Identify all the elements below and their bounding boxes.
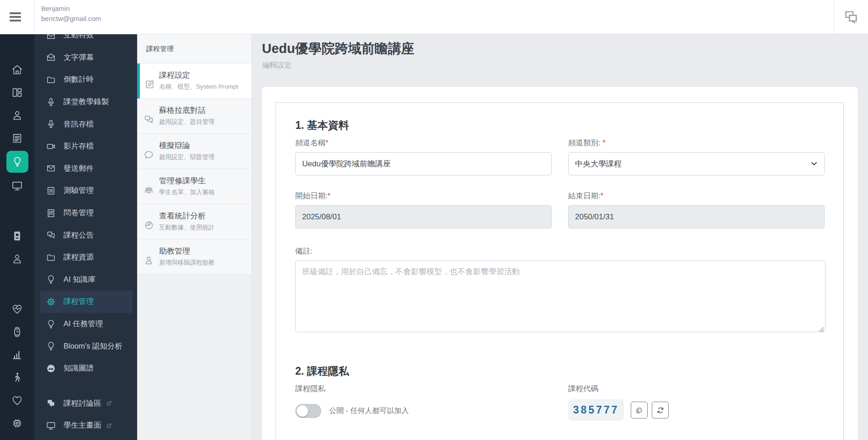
menu-item[interactable]: 課堂教學錄製 [34,91,137,113]
chatfill-icon [46,398,56,408]
menu-item[interactable]: 課程管理 [40,291,133,313]
menu-item[interactable]: 課程資源 [34,246,137,269]
submenu-item[interactable]: 蘇格拉底對話啟用設定、題目管理 [137,99,251,134]
menu-item-label: 課程資源 [64,252,94,262]
privacy-toggle[interactable] [295,404,321,418]
hamburger-menu-icon[interactable] [10,12,21,21]
submenu-item-title: 模擬辯論 [159,141,246,151]
menu-item-label: Bloom's 認知分析 [64,341,122,351]
section-privacy-heading: 2. 課程隱私 [295,364,825,378]
menu-item-label: 課程討論區 [64,398,101,408]
start-date-input[interactable] [295,205,552,228]
menu-item[interactable]: 發送郵件 [34,158,137,180]
rail-item-watch[interactable] [0,320,34,343]
menu-item-label: 課程管理 [64,297,94,307]
rail-item-walker[interactable] [0,366,34,389]
watch-icon [11,326,23,338]
mailopen-icon [46,52,56,63]
chart-icon [11,349,23,361]
doc-icon [46,208,56,218]
walker-icon [11,371,23,384]
rail-item-home[interactable] [0,58,34,81]
submenu-item-title: 查看統計分析 [159,211,246,221]
chat-bubbles-icon[interactable] [841,8,860,27]
submenu-item[interactable]: 課程設定名稱、模型、System Prompt [137,64,251,99]
gear-icon [46,297,56,307]
menu-item[interactable]: 測驗管理 [34,180,137,202]
menu-item[interactable]: 音訊存檔 [34,113,137,135]
video-icon [46,141,56,152]
external-icon [106,422,112,429]
submenu-item-title: 助教管理 [159,246,246,256]
rail-item-device[interactable] [0,224,34,247]
submenu-item[interactable]: 模擬辯論啟用設定、辯題管理 [137,134,251,169]
mailopen-icon [46,34,56,41]
menu-item-label: 音訊存檔 [64,119,94,129]
end-date-input[interactable] [568,205,825,228]
rail-item-chart[interactable] [0,343,34,366]
resize-grip-icon[interactable] [819,326,824,331]
menu-item[interactable]: 文字彈幕 [34,47,137,69]
privacy-label: 課程隱私 [295,384,552,394]
rail-item-heart[interactable] [0,389,34,412]
pie-icon [143,219,154,231]
section-basic-info-heading: 1. 基本資料 [295,118,825,133]
submenu-item-subtitle: 名稱、模型、System Prompt [159,82,246,91]
menu-item[interactable]: 課程討論區 [34,392,137,415]
note-label: 備註: [295,246,825,256]
rail-item-user[interactable] [0,104,34,127]
submenu-items: 課程設定名稱、模型、System Prompt蘇格拉底對話啟用設定、題目管理模擬… [137,64,251,275]
user-name: Benjamin [41,4,101,14]
bulb-icon [46,341,56,351]
menu-item[interactable]: 互動特效 [34,34,137,47]
monitor-icon [46,420,56,431]
rail-item-monitor[interactable] [0,174,34,197]
menu-item-label: 課程公告 [64,230,94,240]
folder-icon [46,252,56,263]
external-icon [106,400,112,407]
rail-item-bulb[interactable] [0,149,34,174]
user-info: Benjamin benctw@gmail.com [41,4,101,24]
icon-rail [0,34,34,440]
user-icon [11,253,23,265]
submenu-item[interactable]: 管理修課學生學生名單、加入審核 [137,169,251,204]
menu-item[interactable]: 影片存檔 [34,135,137,158]
image-icon [46,363,56,374]
menu-item[interactable]: 倒數計時 [34,69,137,91]
rail-item-news[interactable] [0,127,34,149]
channel-name-label: 頻道名稱* [295,138,552,148]
rail-item-layout[interactable] [0,81,34,104]
menu-item[interactable]: 問卷管理 [34,202,137,224]
end-date-label: 結束日期:* [568,191,825,201]
home-icon [11,64,23,76]
submenu-item[interactable]: 查看統計分析互動數據、使用統計 [137,204,251,239]
person-icon [143,254,154,266]
list-icon [46,186,56,196]
layout-icon [11,86,23,99]
copy-code-button[interactable] [631,402,648,419]
channel-type-select[interactable]: 中央大學課程 [568,152,825,175]
bulb-icon [6,151,28,173]
privacy-description: 公開 - 任何人都可以加入 [329,406,409,416]
rail-item-user[interactable] [0,247,34,270]
mic-icon [46,119,56,129]
rail-item-chip[interactable] [0,412,34,435]
rail-item-pulse[interactable] [0,297,34,320]
note-textarea[interactable] [295,260,825,332]
menu-item-label: 發送郵件 [64,164,94,174]
menu-item[interactable]: 知識圖譜 [34,357,137,380]
refresh-code-button[interactable] [652,402,669,419]
pulse-icon [11,303,23,315]
menu-item[interactable]: 課程公告 [34,224,137,246]
menu-item[interactable]: Bloom's 認知分析 [34,335,137,357]
submenu-item-title: 蘇格拉底對話 [159,106,246,116]
menu-item[interactable]: 學生主畫面 [34,414,137,437]
submenu-item[interactable]: 助教管理新增與移除課程助教 [137,239,251,275]
submenu-item-subtitle: 啟用設定、題目管理 [159,117,246,127]
submenu-header: 課程管理 [137,34,251,64]
menu-item[interactable]: AI 知識庫 [34,269,137,291]
monitor-icon [11,180,23,192]
menu-item[interactable]: AI 任務管理 [34,313,137,335]
channel-name-input[interactable] [295,152,552,175]
device-icon [11,230,23,242]
